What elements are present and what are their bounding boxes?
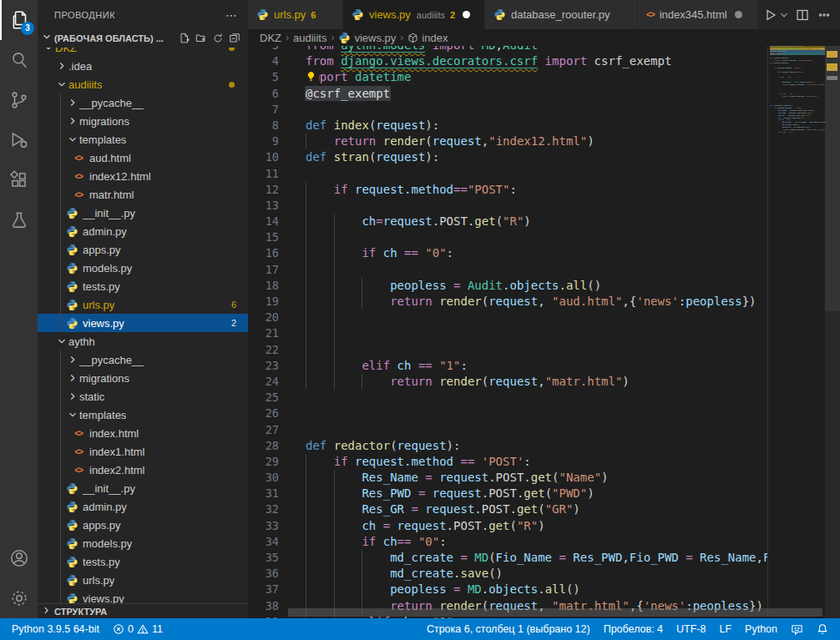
refresh-icon[interactable] <box>210 30 226 47</box>
code-line-15[interactable]: 15 <box>248 229 767 245</box>
tree-file-index12.html[interactable]: <>index12.html <box>38 167 248 185</box>
code-line-30[interactable]: 30 Res_Name = request.POST.get("Name") <box>248 470 767 486</box>
activity-settings[interactable] <box>0 578 38 618</box>
code-line-27[interactable]: 27 <box>248 422 767 438</box>
overview-ruler[interactable] <box>825 46 840 618</box>
tree-file-tests.py[interactable]: tests.py <box>38 552 248 571</box>
tree-file-models.py[interactable]: models.py <box>38 534 248 552</box>
code-line-3[interactable]: 3from aythh.models import MD,Audit <box>248 46 767 53</box>
tree-file-urls.py[interactable]: urls.py <box>38 571 248 589</box>
horizontal-scrollbar[interactable] <box>288 608 822 617</box>
python-interpreter[interactable]: Python 3.9.5 64-bit <box>5 618 106 640</box>
tree-file-tests.py[interactable]: tests.py <box>38 277 248 295</box>
notifications-bell-icon[interactable] <box>810 618 835 640</box>
tree-folder-aythh[interactable]: aythh <box>38 332 248 350</box>
feedback-icon[interactable] <box>784 618 810 640</box>
tree-file-index1.html[interactable]: <>index1.html <box>38 442 248 461</box>
code-line-24[interactable]: 24 return render(request,"matr.html") <box>248 374 767 390</box>
code-line-11[interactable]: 11 <box>248 166 767 182</box>
tree-file-__init__.py[interactable]: __init__.py <box>38 479 248 497</box>
code-line-16[interactable]: 16 if ch == "0": <box>248 245 767 261</box>
tree-file-matr.html[interactable]: <>matr.html <box>38 185 248 204</box>
activity-account[interactable] <box>0 538 38 578</box>
activity-testing[interactable] <box>0 200 38 240</box>
tree-folder-.idea[interactable]: .idea <box>38 57 248 75</box>
code-line-14[interactable]: 14 ch=request.POST.get("R") <box>248 214 767 229</box>
code-line-12[interactable]: 12 if request.method=="POST": <box>248 182 767 198</box>
code-line-18[interactable]: 18 peopless = Audit.objects.all() <box>248 278 767 294</box>
code-line-35[interactable]: 35 md_create = MD(Fio_Name = Res_PWD,Fio… <box>248 550 767 566</box>
tab-database_roouter.py[interactable]: database_roouter.py <box>485 0 638 29</box>
tree-file-apps.py[interactable]: apps.py <box>38 240 248 259</box>
tree-file-admin.py[interactable]: admin.py <box>38 222 248 240</box>
code-line-4[interactable]: 4from django.views.decorators.csrf impor… <box>248 53 767 69</box>
split-editor-icon[interactable] <box>793 6 812 24</box>
code-line-13[interactable]: 13 <box>248 198 767 214</box>
tree-file-aud.html[interactable]: <>aud.html <box>38 149 248 167</box>
tab-views.py[interactable]: views.pyaudiiits2 <box>343 0 485 29</box>
sidebar-more-icon[interactable]: ⋯ <box>225 8 238 22</box>
code-line-32[interactable]: 32 Res_GR = request.POST.get("GR") <box>248 501 767 517</box>
activity-source-control[interactable] <box>0 80 38 120</box>
encoding[interactable]: UTF-8 <box>670 618 712 640</box>
tree-folder-migrations[interactable]: migrations <box>38 112 248 130</box>
tree-file-views.py[interactable]: views.py2 <box>38 314 248 332</box>
tree-folder-audiiits[interactable]: audiiits <box>38 75 248 93</box>
code-line-36[interactable]: 36 md_create.save() <box>248 566 767 582</box>
activity-extensions[interactable] <box>0 160 38 200</box>
new-file-icon[interactable] <box>176 30 193 47</box>
tree-folder-__pycache__[interactable]: __pycache__ <box>38 93 248 112</box>
tree-file-index.html[interactable]: <>index.html <box>38 424 248 442</box>
code-line-26[interactable]: 26 <box>248 406 767 421</box>
code-line-25[interactable]: 25 <box>248 390 767 406</box>
code-line-31[interactable]: 31 Res_PWD = request.POST.get("PWD") <box>248 486 767 501</box>
code-line-33[interactable]: 33 ch = request.POST.get("R") <box>248 518 767 534</box>
code-line-37[interactable]: 37 peopless = MD.objects.all() <box>248 582 767 597</box>
code-line-9[interactable]: 9 return render(request,"index12.html") <box>248 134 767 149</box>
tree-file-__init__.py[interactable]: __init__.py <box>38 204 248 222</box>
tree-folder-templates[interactable]: templates <box>38 406 248 424</box>
code-line-5[interactable]: 5import datetime <box>248 69 767 85</box>
breadcrumb-item-index[interactable]: index <box>407 32 448 44</box>
eol[interactable]: LF <box>712 618 738 640</box>
tree-folder-static[interactable]: static <box>38 387 248 406</box>
tree-file-admin.py[interactable]: admin.py <box>38 497 248 516</box>
indentation[interactable]: Пробелов: 4 <box>597 618 670 640</box>
code-line-23[interactable]: 23 elif ch == "1": <box>248 358 767 374</box>
code-line-28[interactable]: 28def redactor(request): <box>248 438 767 454</box>
new-folder-icon[interactable] <box>193 30 210 47</box>
run-dropdown-icon[interactable] <box>778 6 790 24</box>
workspace-section-header[interactable]: (РАБОЧАЯ ОБЛАСТЬ) ... <box>38 29 248 48</box>
tree-file-apps.py[interactable]: apps.py <box>38 516 248 534</box>
code-editor[interactable]: 3from aythh.models import MD,Audit4from … <box>248 46 767 618</box>
code-line-17[interactable]: 17 <box>248 262 767 278</box>
tree-file-models.py[interactable]: models.py <box>38 259 248 277</box>
problems-status[interactable]: 0 11 <box>106 618 170 640</box>
code-line-34[interactable]: 34 if ch== "0": <box>248 534 767 550</box>
activity-run-debug[interactable] <box>0 120 38 160</box>
lightbulb-icon[interactable] <box>306 70 319 84</box>
breadcrumb-item-DKZ[interactable]: DKZ <box>260 32 281 44</box>
code-line-22[interactable]: 22 <box>248 342 767 358</box>
run-icon[interactable] <box>762 6 780 24</box>
tab-index345.html[interactable]: <>index345.html <box>638 0 758 29</box>
breadcrumb-item-audiiits[interactable]: audiiits <box>293 32 326 44</box>
more-actions-icon[interactable] <box>815 6 833 24</box>
outline-section-header[interactable]: СТРУКТУРА <box>38 603 248 618</box>
code-line-7[interactable]: 7 <box>248 102 767 118</box>
scrollbar-slider[interactable] <box>825 46 840 311</box>
tree-folder-templates[interactable]: templates <box>38 130 248 149</box>
code-line-6[interactable]: 6@csrf_exempt <box>248 86 767 102</box>
tab-urls.py[interactable]: urls.py6 <box>248 0 343 29</box>
cursor-position[interactable]: Строка 6, столбец 1 (выбрано 12) <box>420 618 597 640</box>
tree-file-index2.html[interactable]: <>index2.html <box>38 461 248 479</box>
code-line-29[interactable]: 29 if request.method == 'POST': <box>248 454 767 470</box>
language-mode[interactable]: Python <box>738 618 784 640</box>
tree-folder-__pycache__[interactable]: __pycache__ <box>38 350 248 369</box>
collapse-all-icon[interactable] <box>226 30 243 47</box>
code-line-19[interactable]: 19 return render(request, "aud.html",{'n… <box>248 294 767 310</box>
minimap[interactable]: from aythh.models import MD,Auditfrom dj… <box>770 46 825 618</box>
tree-file-urls.py[interactable]: urls.py6 <box>38 295 248 314</box>
code-line-10[interactable]: 10def stran(request): <box>248 149 767 165</box>
tree-folder-migrations[interactable]: migrations <box>38 369 248 387</box>
